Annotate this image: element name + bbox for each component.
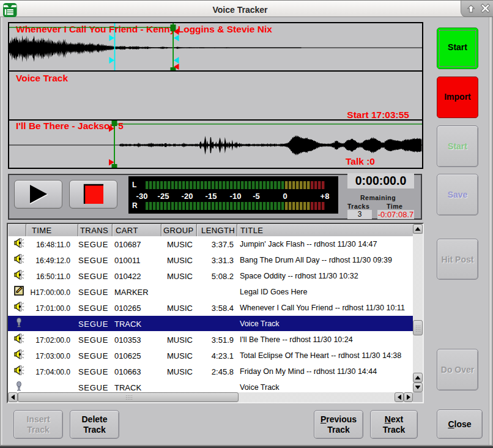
svg-text:+8: +8	[321, 192, 330, 201]
svg-text:0: 0	[283, 192, 287, 201]
svg-text:-20: -20	[182, 192, 193, 201]
svg-text:-10: -10	[230, 192, 242, 201]
svg-text:-5: -5	[253, 192, 260, 201]
svg-text:R: R	[132, 201, 138, 210]
svg-text:L: L	[132, 181, 136, 189]
svg-text:-25: -25	[158, 192, 169, 201]
svg-text:-15: -15	[206, 192, 217, 201]
svg-text:-30: -30	[136, 192, 148, 201]
